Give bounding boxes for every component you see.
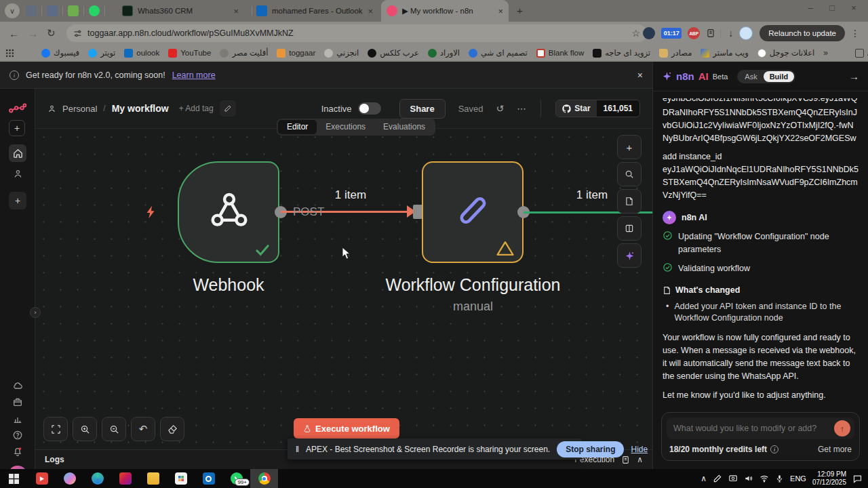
notes-extension-icon[interactable]: [706, 28, 715, 38]
apps-grid-icon[interactable]: [5, 49, 14, 58]
layout-panel-button[interactable]: [617, 216, 642, 241]
get-more-credits-link[interactable]: Get more: [818, 445, 852, 454]
back-button[interactable]: ←: [9, 28, 19, 39]
sidebar-item-personal[interactable]: [9, 165, 26, 182]
bookmark-item[interactable]: تويتر: [88, 48, 115, 58]
github-star-widget[interactable]: Star 161,051: [555, 100, 640, 117]
node-webhook[interactable]: [178, 161, 279, 263]
cast-tray-icon[interactable]: [728, 474, 738, 483]
wifi-tray-icon[interactable]: [760, 474, 769, 483]
taskbar-clock[interactable]: 12:09 PM07/12/2025: [812, 470, 846, 487]
bookmarks-overflow-icon[interactable]: »: [823, 48, 828, 58]
window-minimize-button[interactable]: –: [800, 3, 821, 13]
ai-assistant-button[interactable]: [617, 243, 642, 268]
sidebar-item-insights[interactable]: [9, 410, 26, 428]
zoom-to-fit-button[interactable]: [43, 417, 68, 441]
bookmark-item[interactable]: ويب ماستر: [701, 48, 748, 58]
execute-workflow-button[interactable]: Execute workflow: [294, 418, 399, 439]
node-workflow-configuration[interactable]: [422, 161, 524, 263]
search-nodes-button[interactable]: [617, 162, 642, 186]
bookmark-item[interactable]: الاوراد: [428, 48, 460, 58]
close-tab-icon[interactable]: ×: [368, 6, 373, 16]
ai-prompt-box[interactable]: ↑: [667, 418, 854, 439]
bookmark-item[interactable]: اعلانات جوجل: [757, 48, 815, 58]
bookmark-item[interactable]: تزويد اى حاجه: [593, 48, 650, 58]
sticky-note-button[interactable]: [617, 189, 642, 214]
relaunch-to-update-button[interactable]: Relaunch to update: [760, 25, 845, 41]
reload-button[interactable]: ↻: [47, 27, 56, 39]
timer-extension-badge[interactable]: 01:17: [661, 28, 682, 39]
pen-tray-icon[interactable]: [713, 474, 722, 483]
zoom-out-button[interactable]: [102, 417, 126, 441]
sidebar-item-help[interactable]: [9, 426, 26, 444]
config-input-connector[interactable]: [413, 205, 422, 219]
bookmark-item[interactable]: مصادر: [659, 48, 692, 58]
hide-sharing-bar-link[interactable]: Hide: [631, 445, 648, 454]
new-tab-button[interactable]: +: [517, 5, 523, 16]
tidy-up-button[interactable]: [160, 417, 184, 441]
tray-expand-icon[interactable]: ∧: [701, 474, 707, 483]
browser-menu-icon[interactable]: ⋮: [850, 28, 860, 39]
ask-tab[interactable]: Ask: [738, 71, 763, 82]
sidebar-item-notifications[interactable]: [9, 443, 26, 460]
sidebar-expand-handle[interactable]: ›: [30, 307, 41, 318]
active-toggle[interactable]: [358, 102, 381, 115]
close-tab-icon[interactable]: ×: [498, 6, 503, 16]
pinned-tab-icon[interactable]: [47, 5, 58, 16]
tab-outlook[interactable]: mohamed Fares - Outlook - البريد ×: [251, 0, 378, 22]
tab-n8n-active[interactable]: ▶ My workflow - n8n ×: [381, 0, 509, 22]
tab-whats360-crm[interactable]: Whats360 CRM ×: [117, 0, 244, 22]
taskbar-edge-app[interactable]: [83, 469, 111, 488]
zoom-in-button[interactable]: [73, 417, 97, 441]
bookmark-item[interactable]: انجزني: [324, 48, 359, 58]
window-close-button[interactable]: ×: [844, 3, 864, 13]
whatsapp-tab-icon[interactable]: [89, 5, 100, 16]
bookmark-item[interactable]: YouTube: [168, 49, 211, 58]
taskbar-chrome-app[interactable]: [250, 469, 278, 488]
taskbar-whatsapp-app[interactable]: 99+: [222, 469, 250, 488]
close-tab-icon[interactable]: ×: [233, 6, 239, 16]
taskbar-store-app[interactable]: [167, 469, 195, 488]
add-project-button[interactable]: +: [9, 192, 26, 209]
add-tag-button[interactable]: + Add tag: [179, 104, 214, 113]
window-maximize-button[interactable]: □: [822, 3, 842, 13]
all-bookmarks-button[interactable]: All Bookmarks: [855, 49, 868, 58]
bookmark-item[interactable]: تصميم اى شي: [469, 48, 528, 58]
collapse-panel-icon[interactable]: →: [849, 70, 859, 82]
extension-icon[interactable]: [643, 27, 655, 39]
tab-editor[interactable]: Editor: [278, 120, 317, 134]
logs-doc-icon[interactable]: [621, 455, 630, 464]
sidebar-item-templates[interactable]: [9, 393, 26, 411]
history-icon[interactable]: ↺: [496, 103, 505, 114]
pause-sharing-icon[interactable]: ‖: [296, 445, 299, 454]
workflow-canvas[interactable]: POST 1 item 1 item Webhook Workflow Conf…: [35, 129, 652, 449]
bookmark-item[interactable]: عرب كلكس: [368, 48, 419, 58]
undo-button[interactable]: ↶: [131, 417, 155, 441]
taskbar-file-explorer[interactable]: [139, 469, 167, 488]
send-prompt-button[interactable]: ↑: [834, 420, 850, 436]
microphone-tray-icon[interactable]: [775, 474, 784, 483]
learn-more-link[interactable]: Learn more: [172, 70, 216, 80]
screenshot-tool-tab-icon[interactable]: [68, 5, 79, 16]
ai-prompt-input[interactable]: [673, 424, 834, 433]
adblock-extension-icon[interactable]: ABP: [688, 27, 700, 39]
pinned-tab-icon[interactable]: [26, 5, 37, 16]
downloads-button[interactable]: ↓: [728, 28, 733, 39]
taskbar-outlook-app[interactable]: [195, 469, 222, 488]
bookmark-item[interactable]: أقليت مصر: [220, 48, 268, 58]
volume-tray-icon[interactable]: [744, 474, 753, 483]
taskbar-m365-app[interactable]: [111, 469, 139, 488]
start-button[interactable]: [0, 469, 28, 488]
logs-expand-icon[interactable]: ∧: [637, 455, 643, 464]
bookmark-item[interactable]: فيسبوك: [41, 48, 79, 58]
bookmark-item[interactable]: Blank flow: [536, 49, 584, 58]
tab-executions[interactable]: Executions: [317, 120, 374, 134]
taskbar-copilot-app[interactable]: [56, 469, 83, 488]
bookmark-item[interactable]: toggaar: [277, 49, 315, 58]
tab-evaluations[interactable]: Evaluations: [374, 120, 434, 134]
address-bar[interactable]: toggaar.app.n8n.cloud/workflow/pSGuIMu8X…: [66, 24, 647, 42]
workflow-name[interactable]: My workflow: [112, 103, 169, 114]
bookmark-item[interactable]: oulook: [124, 49, 159, 58]
edit-workflow-icon[interactable]: [220, 100, 236, 117]
add-node-button[interactable]: +: [617, 135, 642, 159]
